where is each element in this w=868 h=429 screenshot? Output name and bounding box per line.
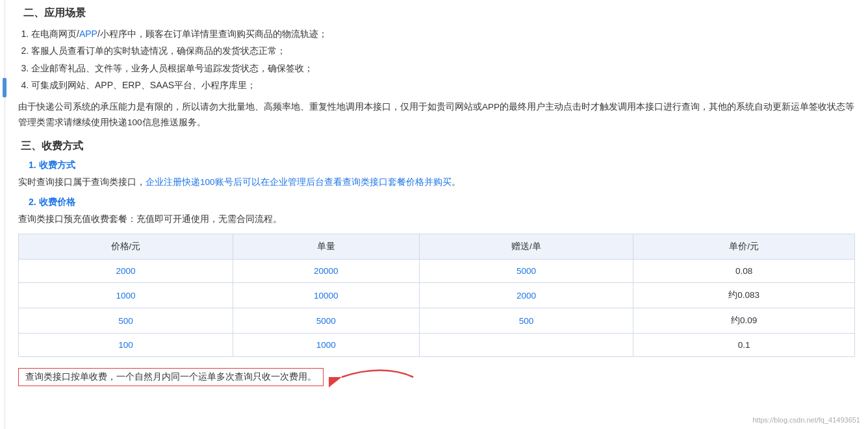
col-quantity: 单量	[233, 234, 419, 260]
cell-unit-price: 0.08	[633, 260, 855, 283]
page-container: 二、应用场景 在电商网页/APP/小程序中，顾客在订单详情里查询购买商品的物流轨…	[0, 0, 868, 429]
col-unit-price: 单价/元	[633, 234, 855, 260]
cell-unit-price: 约0.083	[633, 283, 855, 308]
price-table: 价格/元 单量 赠送/单 单价/元 20002000050000.0810001…	[18, 234, 855, 357]
cell-quantity: 1000	[233, 334, 419, 357]
cell-quantity: 20000	[233, 260, 419, 283]
table-body: 20002000050000.081000100002000约0.0835005…	[19, 260, 855, 357]
list-item-1: 在电商网页/APP/小程序中，顾客在订单详情里查询购买商品的物流轨迹；	[31, 27, 855, 41]
cell-price: 2000	[19, 260, 233, 283]
cell-quantity: 5000	[233, 308, 419, 334]
list-item-3: 企业邮寄礼品、文件等，业务人员根据单号追踪发货状态，确保签收；	[31, 61, 855, 75]
cell-gift: 500	[419, 308, 633, 334]
table-row: 1000100002000约0.083	[19, 283, 855, 308]
note-box: 查询类接口按单收费，一个自然月内同一个运单多次查询只收一次费用。	[18, 368, 324, 386]
cell-gift: 2000	[419, 283, 633, 308]
cell-price: 100	[19, 334, 233, 357]
list-item-2: 客服人员查看订单的实时轨迹情况，确保商品的发货状态正常；	[31, 43, 855, 58]
table-row: 20002000050000.08	[19, 260, 855, 283]
arrow-right	[329, 365, 420, 389]
left-sidebar	[0, 0, 5, 429]
cell-gift: 5000	[419, 260, 633, 283]
cell-gift	[419, 334, 633, 357]
watermark: https://blog.csdn.net/fq_41493651	[752, 416, 860, 424]
scroll-indicator	[3, 78, 6, 97]
usage-list: 在电商网页/APP/小程序中，顾客在订单详情里查询购买商品的物流轨迹； 客服人员…	[18, 27, 855, 93]
arrow-svg	[329, 365, 420, 389]
table-header: 价格/元 单量 赠送/单 单价/元	[19, 234, 855, 260]
note-row: 查询类接口按单收费，一个自然月内同一个运单多次查询只收一次费用。	[18, 365, 855, 389]
header-row: 价格/元 单量 赠送/单 单价/元	[19, 234, 855, 260]
cell-price: 500	[19, 308, 233, 334]
col-price: 价格/元	[19, 234, 233, 260]
cell-unit-price: 0.1	[633, 334, 855, 357]
price-desc: 查询类接口预充值收费套餐：充值即可开通使用，无需合同流程。	[18, 212, 855, 227]
section2-heading: 二、应用场景	[18, 6, 855, 20]
cell-price: 1000	[19, 283, 233, 308]
sub-heading-2: 2. 收费价格	[29, 197, 855, 208]
table-row: 5005000500约0.09	[19, 308, 855, 334]
sub-heading-1: 1. 收费方式	[29, 160, 855, 171]
main-content: 二、应用场景 在电商网页/APP/小程序中，顾客在订单详情里查询购买商品的物流轨…	[5, 0, 868, 429]
cell-unit-price: 约0.09	[633, 308, 855, 334]
table-row: 10010000.1	[19, 334, 855, 357]
col-gift: 赠送/单	[419, 234, 633, 260]
section3-heading: 三、收费方式	[18, 140, 855, 153]
fee-desc-1: 实时查询接口属于查询类接口，企业注册快递100账号后可以在企业管理后台查看查询类…	[18, 175, 855, 190]
list-item-4: 可集成到网站、APP、ERP、SAAS平台、小程序库里；	[31, 78, 855, 92]
cell-quantity: 10000	[233, 283, 419, 308]
warning-paragraph: 由于快递公司系统的承压能力是有限的，所以请勿大批量地、高频率地、重复性地调用本接…	[18, 99, 855, 131]
